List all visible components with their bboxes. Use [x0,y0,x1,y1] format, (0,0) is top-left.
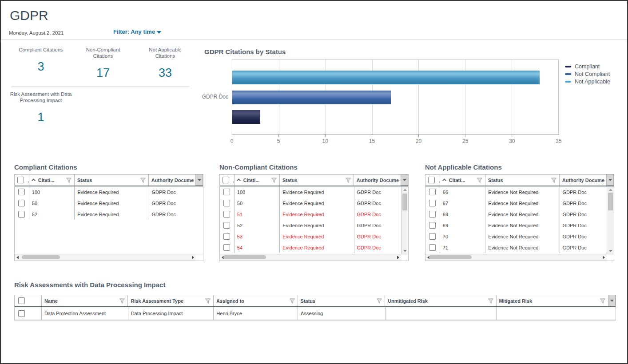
risk-assessments-section: Risk Assessments with Data Processing Im… [14,281,616,320]
kpi-value[interactable]: 33 [134,66,196,80]
column-header-status[interactable]: Status [74,174,148,186]
table-row[interactable]: 54 Evidence Required GDPR Doc [220,242,401,253]
filter-icon[interactable] [488,298,494,304]
row-checkbox[interactable] [223,200,230,206]
row-checkbox[interactable] [223,244,230,251]
horizontal-scrollbar[interactable] [220,254,401,261]
table-row[interactable]: 50 Evidence Required GDPR Doc [220,198,401,209]
kpi-value[interactable]: 3 [10,60,72,74]
time-filter-dropdown[interactable]: Filter: Any time [113,28,161,35]
filter-icon[interactable] [289,298,295,304]
filter-icon[interactable] [66,177,72,183]
column-header-citation[interactable]: Citati... [234,174,279,186]
scroll-right-icon[interactable] [603,256,605,259]
row-checkbox[interactable] [429,200,436,206]
table-row[interactable]: 50 Evidence Required GDPR Doc [15,198,196,209]
table-row[interactable]: 53 Evidence Required GDPR Doc [220,231,401,242]
vertical-scrollbar[interactable] [607,186,614,254]
row-checkbox[interactable] [429,222,436,229]
table-row[interactable]: Data Protection Assessment Data Processi… [15,307,616,320]
scroll-up-icon[interactable] [609,189,612,191]
filter-icon[interactable] [140,177,146,183]
column-header-assigned-to[interactable]: Assigned to [213,295,298,306]
scroll-right-icon[interactable] [192,256,194,259]
row-checkbox[interactable] [18,211,25,218]
compliant-citations-table: Citati... Status Authority Docume [14,174,203,261]
table-row[interactable]: 70 Evidence Not Required GDPR Doc [425,231,607,242]
row-checkbox[interactable] [18,310,25,317]
scroll-up-icon[interactable] [403,189,407,191]
column-options-button[interactable] [606,174,614,186]
column-header-authority[interactable]: Authority Docume [559,174,606,186]
row-checkbox[interactable] [223,233,230,240]
column-header-name[interactable]: Name [41,295,128,306]
scroll-right-icon[interactable] [397,256,399,259]
horizontal-scrollbar[interactable] [15,254,196,261]
row-checkbox[interactable] [18,189,25,195]
column-header-citation[interactable]: Citati... [440,174,485,186]
axis-tick [278,135,279,137]
not-applicable-citations-section: Not Applicable Citations Citati... Statu… [425,163,614,261]
column-header-authority[interactable]: Authority Docume [148,174,195,186]
column-options-button[interactable] [195,174,203,186]
column-header-status[interactable]: Status [279,174,354,186]
kpi-value[interactable]: 1 [10,111,72,124]
row-checkbox[interactable] [223,222,230,229]
scrollbar-thumb[interactable] [22,255,60,259]
row-checkbox[interactable] [223,211,230,218]
axis-tick [372,135,372,137]
table-row[interactable]: 68 Evidence Not Required GDPR Doc [425,209,607,220]
select-all-checkbox[interactable] [17,177,24,183]
filter-icon[interactable] [345,177,351,183]
select-all-checkbox[interactable] [428,177,435,183]
column-header-authority[interactable]: Authority Docume [354,174,401,186]
table-row[interactable]: 52 Evidence Required GDPR Doc [15,209,196,220]
scroll-left-icon[interactable] [16,256,19,259]
column-header-status[interactable]: Status [485,174,559,186]
filter-icon[interactable] [271,177,277,183]
column-header-citation[interactable]: Citati... [29,174,74,186]
row-checkbox[interactable] [429,244,436,251]
vertical-scrollbar[interactable] [401,186,408,254]
filter-icon[interactable] [119,298,125,304]
scrollbar-thumb[interactable] [608,193,613,210]
filter-icon[interactable] [477,177,483,183]
table-row[interactable]: 71 Evidence Not Required GDPR Doc [425,242,607,253]
column-options-button[interactable] [401,174,408,186]
row-checkbox[interactable] [223,189,230,195]
status-cell: Evidence Not Required [485,198,559,209]
horizontal-scrollbar[interactable] [425,254,607,261]
scroll-down-icon[interactable] [403,250,407,252]
filter-icon[interactable] [551,177,557,183]
filter-icon[interactable] [376,298,382,304]
select-all-checkbox[interactable] [223,177,229,183]
filter-icon[interactable] [600,298,606,304]
table-row[interactable]: 51 Evidence Required GDPR Doc [220,209,401,220]
scrollbar-thumb[interactable] [223,255,266,259]
column-options-button[interactable] [608,295,616,306]
select-all-checkbox[interactable] [18,297,25,304]
table-row[interactable]: 52 Evidence Required GDPR Doc [220,220,401,231]
axis-tick-label: 35 [556,138,561,144]
kpi-value[interactable]: 17 [72,66,134,80]
table-row[interactable]: 67 Evidence Not Required GDPR Doc [425,198,607,209]
table-row[interactable]: 100 Evidence Required GDPR Doc [220,186,401,198]
table-body: 100 Evidence Required GDPR Doc 50 Eviden… [15,186,196,254]
scrollbar-thumb[interactable] [402,194,407,210]
column-header-mitigated-risk[interactable]: Mitigated Risk [496,295,608,306]
scrollbar-thumb[interactable] [429,255,472,259]
column-label: Citati... [243,178,260,183]
scroll-down-icon[interactable] [609,250,612,252]
column-header-risk-assessment-type[interactable]: Risk Assessment Type [127,295,213,306]
column-header-unmitigated-risk[interactable]: Unmitigated Risk [385,295,496,306]
row-checkbox[interactable] [429,233,436,240]
row-checkbox[interactable] [429,189,436,195]
table-row[interactable]: 66 Evidence Not Required GDPR Doc [425,186,607,198]
row-checkbox[interactable] [429,211,436,218]
table-row[interactable]: 100 Evidence Required GDPR Doc [15,186,196,198]
column-header-status[interactable]: Status [298,295,385,306]
table-row[interactable]: 69 Evidence Not Required GDPR Doc [425,220,607,231]
filter-icon[interactable] [205,298,211,304]
row-checkbox[interactable] [18,200,25,206]
column-label: Status [488,178,503,183]
